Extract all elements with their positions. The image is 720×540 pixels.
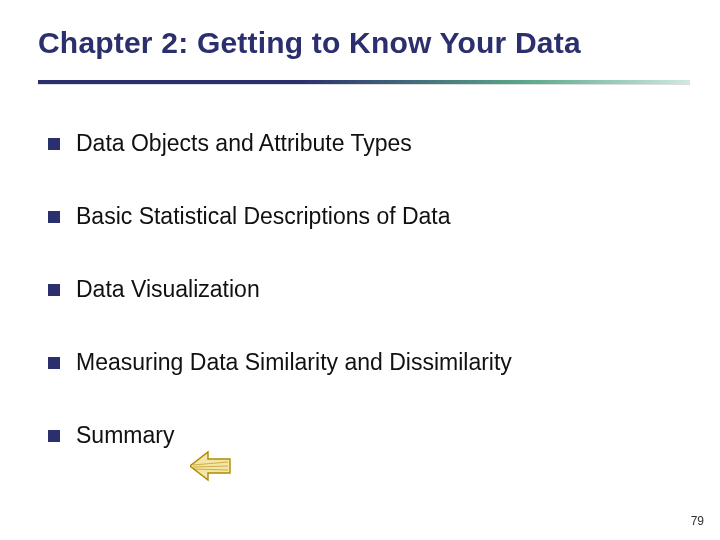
list-item: Measuring Data Similarity and Dissimilar… (48, 349, 680, 376)
bullet-icon (48, 284, 60, 296)
slide-title: Chapter 2: Getting to Know Your Data (38, 26, 690, 60)
list-item-label: Measuring Data Similarity and Dissimilar… (76, 349, 512, 376)
list-item: Data Visualization (48, 276, 680, 303)
list-item: Summary (48, 422, 680, 449)
highlight-arrow-icon (190, 448, 232, 484)
list-item-label: Data Visualization (76, 276, 260, 303)
list-item-label: Data Objects and Attribute Types (76, 130, 412, 157)
bullet-icon (48, 430, 60, 442)
list-item: Basic Statistical Descriptions of Data (48, 203, 680, 230)
list-item-label: Summary (76, 422, 174, 449)
bullet-icon (48, 211, 60, 223)
bullet-icon (48, 357, 60, 369)
list-item: Data Objects and Attribute Types (48, 130, 680, 157)
list-item-label: Basic Statistical Descriptions of Data (76, 203, 451, 230)
slide: Chapter 2: Getting to Know Your Data Dat… (0, 0, 720, 540)
title-underline (38, 80, 690, 84)
page-number: 79 (691, 514, 704, 528)
bullet-icon (48, 138, 60, 150)
bullet-list: Data Objects and Attribute Types Basic S… (48, 130, 680, 495)
